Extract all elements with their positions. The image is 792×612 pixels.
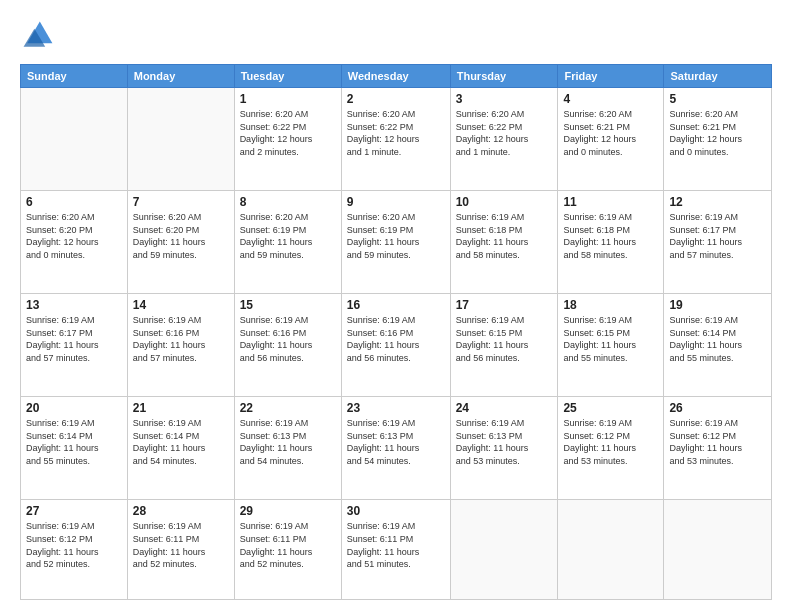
column-header-thursday: Thursday	[450, 65, 558, 88]
column-header-saturday: Saturday	[664, 65, 772, 88]
calendar-cell-w4d3: 22Sunrise: 6:19 AM Sunset: 6:13 PM Dayli…	[234, 397, 341, 500]
page: SundayMondayTuesdayWednesdayThursdayFrid…	[0, 0, 792, 612]
day-info: Sunrise: 6:20 AM Sunset: 6:19 PM Dayligh…	[347, 211, 445, 261]
day-info: Sunrise: 6:19 AM Sunset: 6:12 PM Dayligh…	[563, 417, 658, 467]
calendar-cell-w3d2: 14Sunrise: 6:19 AM Sunset: 6:16 PM Dayli…	[127, 294, 234, 397]
calendar-cell-w4d7: 26Sunrise: 6:19 AM Sunset: 6:12 PM Dayli…	[664, 397, 772, 500]
day-number: 6	[26, 195, 122, 209]
day-info: Sunrise: 6:19 AM Sunset: 6:14 PM Dayligh…	[26, 417, 122, 467]
calendar-cell-w3d6: 18Sunrise: 6:19 AM Sunset: 6:15 PM Dayli…	[558, 294, 664, 397]
day-number: 16	[347, 298, 445, 312]
day-info: Sunrise: 6:19 AM Sunset: 6:17 PM Dayligh…	[669, 211, 766, 261]
day-number: 12	[669, 195, 766, 209]
calendar-cell-w2d7: 12Sunrise: 6:19 AM Sunset: 6:17 PM Dayli…	[664, 191, 772, 294]
calendar-cell-w4d4: 23Sunrise: 6:19 AM Sunset: 6:13 PM Dayli…	[341, 397, 450, 500]
calendar-cell-w5d3: 29Sunrise: 6:19 AM Sunset: 6:11 PM Dayli…	[234, 500, 341, 600]
day-info: Sunrise: 6:20 AM Sunset: 6:21 PM Dayligh…	[563, 108, 658, 158]
column-header-sunday: Sunday	[21, 65, 128, 88]
calendar-cell-w4d5: 24Sunrise: 6:19 AM Sunset: 6:13 PM Dayli…	[450, 397, 558, 500]
day-number: 3	[456, 92, 553, 106]
calendar-cell-w5d5	[450, 500, 558, 600]
day-info: Sunrise: 6:20 AM Sunset: 6:19 PM Dayligh…	[240, 211, 336, 261]
day-info: Sunrise: 6:19 AM Sunset: 6:13 PM Dayligh…	[240, 417, 336, 467]
week-row-4: 20Sunrise: 6:19 AM Sunset: 6:14 PM Dayli…	[21, 397, 772, 500]
calendar-header-row: SundayMondayTuesdayWednesdayThursdayFrid…	[21, 65, 772, 88]
calendar-cell-w1d7: 5Sunrise: 6:20 AM Sunset: 6:21 PM Daylig…	[664, 88, 772, 191]
calendar-cell-w5d1: 27Sunrise: 6:19 AM Sunset: 6:12 PM Dayli…	[21, 500, 128, 600]
week-row-2: 6Sunrise: 6:20 AM Sunset: 6:20 PM Daylig…	[21, 191, 772, 294]
day-info: Sunrise: 6:20 AM Sunset: 6:20 PM Dayligh…	[26, 211, 122, 261]
calendar-cell-w1d6: 4Sunrise: 6:20 AM Sunset: 6:21 PM Daylig…	[558, 88, 664, 191]
day-number: 1	[240, 92, 336, 106]
calendar-cell-w1d1	[21, 88, 128, 191]
day-info: Sunrise: 6:19 AM Sunset: 6:11 PM Dayligh…	[347, 520, 445, 570]
week-row-3: 13Sunrise: 6:19 AM Sunset: 6:17 PM Dayli…	[21, 294, 772, 397]
day-number: 4	[563, 92, 658, 106]
day-number: 7	[133, 195, 229, 209]
calendar-cell-w4d2: 21Sunrise: 6:19 AM Sunset: 6:14 PM Dayli…	[127, 397, 234, 500]
column-header-monday: Monday	[127, 65, 234, 88]
day-info: Sunrise: 6:19 AM Sunset: 6:15 PM Dayligh…	[456, 314, 553, 364]
day-number: 15	[240, 298, 336, 312]
day-number: 10	[456, 195, 553, 209]
column-header-wednesday: Wednesday	[341, 65, 450, 88]
day-number: 5	[669, 92, 766, 106]
day-number: 23	[347, 401, 445, 415]
day-info: Sunrise: 6:20 AM Sunset: 6:22 PM Dayligh…	[347, 108, 445, 158]
day-info: Sunrise: 6:20 AM Sunset: 6:20 PM Dayligh…	[133, 211, 229, 261]
column-header-tuesday: Tuesday	[234, 65, 341, 88]
day-number: 2	[347, 92, 445, 106]
calendar-cell-w2d6: 11Sunrise: 6:19 AM Sunset: 6:18 PM Dayli…	[558, 191, 664, 294]
week-row-1: 1Sunrise: 6:20 AM Sunset: 6:22 PM Daylig…	[21, 88, 772, 191]
day-number: 20	[26, 401, 122, 415]
calendar-cell-w1d4: 2Sunrise: 6:20 AM Sunset: 6:22 PM Daylig…	[341, 88, 450, 191]
day-info: Sunrise: 6:19 AM Sunset: 6:14 PM Dayligh…	[133, 417, 229, 467]
calendar-cell-w5d7	[664, 500, 772, 600]
calendar-cell-w2d4: 9Sunrise: 6:20 AM Sunset: 6:19 PM Daylig…	[341, 191, 450, 294]
day-number: 18	[563, 298, 658, 312]
week-row-5: 27Sunrise: 6:19 AM Sunset: 6:12 PM Dayli…	[21, 500, 772, 600]
day-number: 22	[240, 401, 336, 415]
day-number: 11	[563, 195, 658, 209]
day-info: Sunrise: 6:19 AM Sunset: 6:12 PM Dayligh…	[669, 417, 766, 467]
calendar-cell-w2d3: 8Sunrise: 6:20 AM Sunset: 6:19 PM Daylig…	[234, 191, 341, 294]
calendar-cell-w2d1: 6Sunrise: 6:20 AM Sunset: 6:20 PM Daylig…	[21, 191, 128, 294]
day-number: 24	[456, 401, 553, 415]
day-info: Sunrise: 6:19 AM Sunset: 6:18 PM Dayligh…	[563, 211, 658, 261]
day-number: 30	[347, 504, 445, 518]
logo-icon	[20, 18, 56, 54]
day-number: 29	[240, 504, 336, 518]
day-info: Sunrise: 6:19 AM Sunset: 6:15 PM Dayligh…	[563, 314, 658, 364]
calendar-cell-w5d4: 30Sunrise: 6:19 AM Sunset: 6:11 PM Dayli…	[341, 500, 450, 600]
calendar-cell-w5d6	[558, 500, 664, 600]
calendar-cell-w1d5: 3Sunrise: 6:20 AM Sunset: 6:22 PM Daylig…	[450, 88, 558, 191]
column-header-friday: Friday	[558, 65, 664, 88]
day-number: 25	[563, 401, 658, 415]
calendar-cell-w4d6: 25Sunrise: 6:19 AM Sunset: 6:12 PM Dayli…	[558, 397, 664, 500]
day-number: 14	[133, 298, 229, 312]
day-info: Sunrise: 6:19 AM Sunset: 6:14 PM Dayligh…	[669, 314, 766, 364]
day-info: Sunrise: 6:19 AM Sunset: 6:11 PM Dayligh…	[133, 520, 229, 570]
calendar-table: SundayMondayTuesdayWednesdayThursdayFrid…	[20, 64, 772, 600]
day-number: 17	[456, 298, 553, 312]
day-number: 27	[26, 504, 122, 518]
day-number: 28	[133, 504, 229, 518]
calendar-cell-w4d1: 20Sunrise: 6:19 AM Sunset: 6:14 PM Dayli…	[21, 397, 128, 500]
day-number: 21	[133, 401, 229, 415]
day-number: 26	[669, 401, 766, 415]
day-info: Sunrise: 6:19 AM Sunset: 6:11 PM Dayligh…	[240, 520, 336, 570]
day-info: Sunrise: 6:19 AM Sunset: 6:13 PM Dayligh…	[347, 417, 445, 467]
day-number: 19	[669, 298, 766, 312]
calendar-cell-w3d7: 19Sunrise: 6:19 AM Sunset: 6:14 PM Dayli…	[664, 294, 772, 397]
day-number: 8	[240, 195, 336, 209]
calendar-cell-w3d5: 17Sunrise: 6:19 AM Sunset: 6:15 PM Dayli…	[450, 294, 558, 397]
day-number: 13	[26, 298, 122, 312]
calendar-cell-w1d3: 1Sunrise: 6:20 AM Sunset: 6:22 PM Daylig…	[234, 88, 341, 191]
calendar-cell-w5d2: 28Sunrise: 6:19 AM Sunset: 6:11 PM Dayli…	[127, 500, 234, 600]
day-info: Sunrise: 6:19 AM Sunset: 6:13 PM Dayligh…	[456, 417, 553, 467]
logo	[20, 18, 60, 54]
day-info: Sunrise: 6:19 AM Sunset: 6:16 PM Dayligh…	[240, 314, 336, 364]
calendar-cell-w2d2: 7Sunrise: 6:20 AM Sunset: 6:20 PM Daylig…	[127, 191, 234, 294]
day-info: Sunrise: 6:19 AM Sunset: 6:16 PM Dayligh…	[133, 314, 229, 364]
day-info: Sunrise: 6:19 AM Sunset: 6:17 PM Dayligh…	[26, 314, 122, 364]
